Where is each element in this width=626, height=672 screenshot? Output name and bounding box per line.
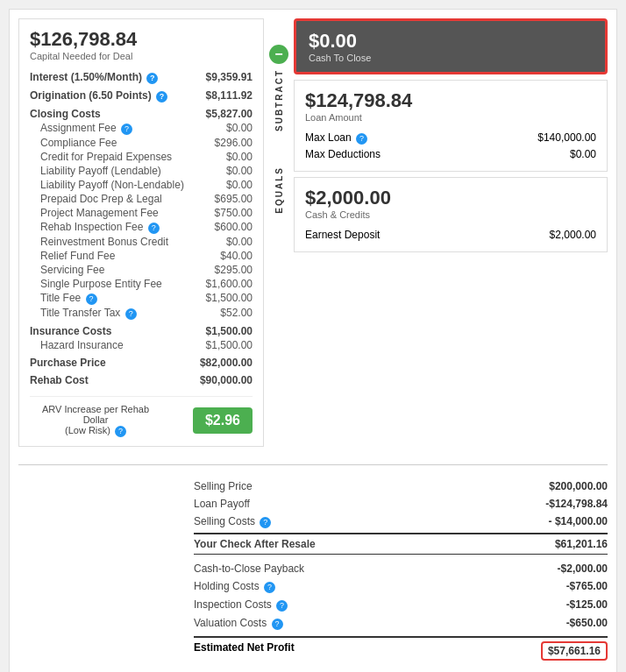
selling-price-line: Selling Price $200,000.00 [194,477,608,495]
closing-costs-line: Closing Costs $5,827.00 [30,107,253,121]
subtract-icon: − [269,45,288,64]
assignment-fee-line: Assignment Fee ? $0.00 [30,121,253,136]
compliance-fee-value: $296.00 [215,137,253,149]
inspection-costs-label: Inspection Costs ? [194,598,288,612]
selling-price-label: Selling Price [194,480,253,492]
interest-question-icon[interactable]: ? [146,73,158,84]
loan-payoff-value: -$124,798.84 [545,498,608,510]
title-fee-label: Title Fee ? [40,292,97,305]
title-fee-line: Title Fee ? $1,500.00 [30,291,253,306]
cash-to-close-amount: $0.00 [309,30,593,53]
closing-costs-value: $5,827.00 [206,108,253,120]
max-loan-label: Max Loan ? [305,131,367,145]
interest-line: Interest (1.50%/Month) ? $9,359.91 [30,70,253,85]
net-profit-line: Estimated Net Profit $57,661.16 [194,636,608,664]
selling-costs-label: Selling Costs ? [194,515,271,528]
single-purpose-value: $1,600.00 [206,278,253,290]
earnest-deposit-value: $2,000.00 [550,229,596,241]
title-transfer-question-icon[interactable]: ? [125,308,137,320]
insurance-costs-value: $1,500.00 [206,325,253,337]
max-deductions-value: $0.00 [570,148,596,160]
your-check-label: Your Check After Resale [194,538,316,550]
valuation-costs-label: Valuation Costs ? [194,617,283,630]
rehab-inspection-label: Rehab Inspection Fee ? [40,221,160,234]
capital-needed-amount: $126,798.84 [30,28,253,51]
selling-price-value: $200,000.00 [549,480,608,492]
hazard-insurance-line: Hazard Insurance $1,500.00 [30,338,253,352]
credit-prepaid-value: $0.00 [226,151,253,163]
cash-payback-value: -$2,000.00 [558,562,608,575]
inspection-costs-line: Inspection Costs ? -$125.00 [194,596,608,614]
holding-question-icon[interactable]: ? [264,582,275,593]
middle-operators: − SUBTRACT EQUALS [269,18,288,447]
interest-value: $9,359.91 [206,71,253,84]
servicing-fee-line: Servicing Fee $295.00 [30,263,253,277]
project-mgmt-value: $750.00 [215,207,253,219]
single-purpose-label: Single Purpose Entity Fee [40,278,162,290]
liability-nonlendable-label: Liability Payoff (Non-Lendable) [40,179,184,191]
inspection-question-icon[interactable]: ? [276,600,288,612]
max-deductions-label: Max Deductions [305,148,381,160]
credits-label: Cash & Credits [305,209,596,220]
relief-fund-value: $40.00 [220,250,253,262]
assignment-fee-value: $0.00 [226,122,253,135]
holding-costs-value: -$765.00 [566,580,608,593]
servicing-fee-label: Servicing Fee [40,264,104,276]
bottom-section: Selling Price $200,000.00 Loan Payoff -$… [18,464,608,664]
origination-value: $8,111.92 [206,89,253,103]
net-profit-value: $57,661.16 [541,641,608,661]
selling-costs-line: Selling Costs ? - $14,000.00 [194,513,608,531]
valuation-costs-line: Valuation Costs ? -$650.00 [194,614,608,633]
interest-label: Interest (1.50%/Month) ? [30,71,158,84]
assignment-question-icon[interactable]: ? [121,124,132,135]
loan-label: Loan Amount [305,112,596,123]
subtract-label: SUBTRACT [274,69,284,131]
earnest-deposit-line: Earnest Deposit $2,000.00 [305,227,596,243]
earnest-deposit-label: Earnest Deposit [305,229,380,241]
cash-payback-line: Cash-to-Close Payback -$2,000.00 [194,560,608,577]
loan-panel: $124,798.84 Loan Amount Max Loan ? $140,… [294,80,608,172]
holding-costs-label: Holding Costs ? [194,580,275,593]
cash-to-close-panel: $0.00 Cash To Close [294,18,608,74]
loan-payoff-label: Loan Payoff [194,498,250,510]
compliance-fee-label: Compliance Fee [40,137,117,149]
max-deductions-line: Max Deductions $0.00 [305,146,596,162]
prepaid-doc-line: Prepaid Doc Prep & Legal $695.00 [30,192,253,206]
your-check-line: Your Check After Resale $61,201.16 [194,533,608,555]
your-check-value: $61,201.16 [555,538,608,550]
compliance-fee-line: Compliance Fee $296.00 [30,136,253,150]
origination-question-icon[interactable]: ? [156,91,167,103]
main-container: $126,798.84 Capital Needed for Deal Inte… [9,9,617,672]
reinvestment-bonus-line: Reinvestment Bonus Credit $0.00 [30,235,253,249]
insurance-costs-label: Insurance Costs [30,325,111,337]
rehab-inspection-value: $600.00 [215,221,253,234]
selling-costs-value: - $14,000.00 [549,515,608,528]
valuation-question-icon[interactable]: ? [272,619,283,630]
max-loan-question-icon[interactable]: ? [356,133,367,145]
rehab-inspection-question-icon[interactable]: ? [148,223,160,234]
prepaid-doc-value: $695.00 [215,193,253,205]
liability-nonlendable-value: $0.00 [226,179,253,191]
single-purpose-line: Single Purpose Entity Fee $1,600.00 [30,277,253,291]
liability-lendable-value: $0.00 [226,165,253,177]
right-section: $0.00 Cash To Close $124,798.84 Loan Amo… [294,18,608,447]
relief-fund-label: Relief Fund Fee [40,250,115,262]
closing-costs-label: Closing Costs [30,108,101,120]
title-fee-question-icon[interactable]: ? [86,294,97,305]
title-fee-value: $1,500.00 [206,292,253,305]
title-transfer-value: $52.00 [220,307,253,320]
liability-nonlendable-line: Liability Payoff (Non-Lendable) $0.00 [30,178,253,192]
purchase-price-value: $82,000.00 [200,357,253,369]
title-transfer-line: Title Transfer Tax ? $52.00 [30,306,253,321]
liability-lendable-label: Liability Payoff (Lendable) [40,165,161,177]
purchase-price-label: Purchase Price [30,357,106,369]
assignment-fee-label: Assignment Fee ? [40,122,132,135]
selling-costs-question-icon[interactable]: ? [260,517,271,528]
cash-credits-panel: $2,000.00 Cash & Credits Earnest Deposit… [294,177,608,252]
inspection-costs-value: -$125.00 [566,598,608,612]
top-section: $126,798.84 Capital Needed for Deal Inte… [18,18,608,447]
prepaid-doc-label: Prepaid Doc Prep & Legal [40,193,162,205]
hazard-insurance-value: $1,500.00 [206,339,253,351]
arv-question-icon[interactable]: ? [115,426,126,437]
loan-amount: $124,798.84 [305,89,596,112]
